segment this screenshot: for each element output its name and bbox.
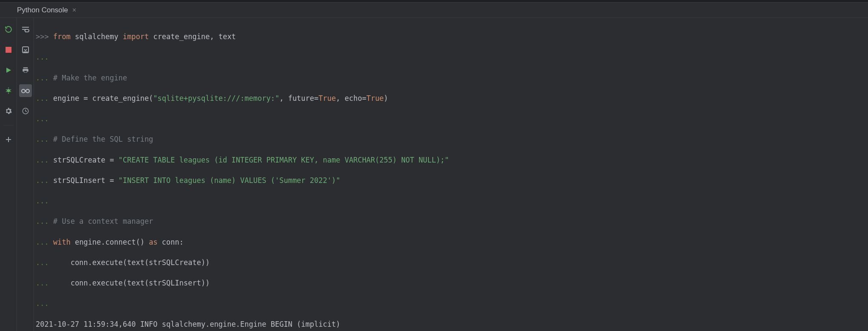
code-string: "sqlite+pysqlite:///:memory:" xyxy=(153,94,279,103)
svg-point-15 xyxy=(26,89,29,93)
show-variables-button[interactable] xyxy=(19,84,32,97)
continuation-prompt: ... xyxy=(36,258,53,267)
continuation-prompt: ... xyxy=(36,94,53,103)
add-icon xyxy=(5,136,12,143)
code-text: engine = create_engine( xyxy=(53,94,153,103)
code-text: engine.connect() xyxy=(71,238,149,246)
continuation-prompt: ... xyxy=(36,217,53,225)
svg-line-7 xyxy=(6,91,7,92)
code-string: "CREATE TABLE leagues (id INTEGER PRIMAR… xyxy=(118,156,449,164)
code-text: conn.execute(text(strSQLInsert)) xyxy=(53,279,210,287)
code-comment: # Use a context manager xyxy=(53,217,153,225)
scroll-to-end-button[interactable] xyxy=(19,43,32,56)
code-text: sqlalchemy xyxy=(71,32,123,41)
scroll-icon xyxy=(22,46,29,54)
code-keyword: with xyxy=(53,238,71,246)
code-keyword: True xyxy=(366,94,384,103)
continuation-prompt: ... xyxy=(36,238,53,246)
continuation-prompt: ... xyxy=(36,176,53,185)
glasses-icon xyxy=(21,88,30,94)
code-text: conn.execute(text(strSQLCreate)) xyxy=(53,258,210,267)
continuation-prompt: ... xyxy=(36,135,53,143)
close-icon[interactable]: × xyxy=(71,6,77,14)
continuation-prompt: ... xyxy=(36,53,53,61)
history-button[interactable] xyxy=(19,105,32,117)
settings-button[interactable] xyxy=(2,105,15,117)
svg-point-2 xyxy=(7,89,10,92)
stop-button[interactable] xyxy=(2,43,15,56)
prompt: >>> xyxy=(36,32,53,41)
code-text: create_engine, text xyxy=(149,32,236,41)
continuation-prompt: ... xyxy=(36,279,53,287)
code-string: "INSERT INTO leagues (name) VALUES ('Sum… xyxy=(118,176,340,185)
code-text: conn: xyxy=(158,238,184,246)
code-text: strSQLCreate = xyxy=(53,156,119,164)
continuation-prompt: ... xyxy=(36,299,71,308)
code-keyword: import xyxy=(123,32,149,41)
right-gutter xyxy=(17,18,34,331)
debug-button[interactable] xyxy=(2,84,15,97)
code-text: ) xyxy=(384,94,388,103)
code-keyword: as xyxy=(149,238,157,246)
code-keyword: from xyxy=(53,32,71,41)
log-line: 2021-10-27 11:59:34,640 INFO sqlalchemy.… xyxy=(36,319,868,329)
print-icon xyxy=(22,66,29,74)
svg-line-5 xyxy=(6,89,7,90)
play-icon xyxy=(5,67,12,74)
rerun-icon xyxy=(5,26,12,33)
code-text: , future= xyxy=(279,94,318,103)
continuation-prompt: ... xyxy=(36,114,53,123)
svg-rect-0 xyxy=(6,47,11,53)
code-comment: # Define the SQL string xyxy=(53,135,153,143)
tab-bar: Python Console × xyxy=(0,3,868,18)
console-output[interactable]: >>> from sqlalchemy import create_engine… xyxy=(34,18,868,331)
svg-line-6 xyxy=(10,89,11,90)
svg-marker-1 xyxy=(6,68,11,73)
left-gutter xyxy=(0,18,17,331)
stop-icon xyxy=(6,47,11,53)
code-text: strSQLInsert = xyxy=(53,176,119,185)
add-button[interactable] xyxy=(2,133,15,146)
print-button[interactable] xyxy=(19,64,32,77)
code-text: , echo= xyxy=(336,94,366,103)
rerun-button[interactable] xyxy=(2,23,15,36)
run-button[interactable] xyxy=(2,64,15,77)
settings-icon xyxy=(5,107,12,115)
continuation-prompt: ... xyxy=(36,197,53,205)
code-comment: # Make the engine xyxy=(53,74,127,82)
soft-wrap-button[interactable] xyxy=(19,23,32,36)
continuation-prompt: ... xyxy=(36,156,53,164)
debug-icon xyxy=(5,87,12,94)
tab-python-console[interactable]: Python Console × xyxy=(13,3,81,17)
history-icon xyxy=(22,107,29,115)
svg-line-8 xyxy=(10,91,11,92)
svg-point-14 xyxy=(22,89,25,93)
continuation-prompt: ... xyxy=(36,74,53,82)
tab-label: Python Console xyxy=(17,6,68,14)
code-keyword: True xyxy=(318,94,336,103)
gutter-separator xyxy=(3,125,14,126)
wrap-icon xyxy=(21,26,30,33)
